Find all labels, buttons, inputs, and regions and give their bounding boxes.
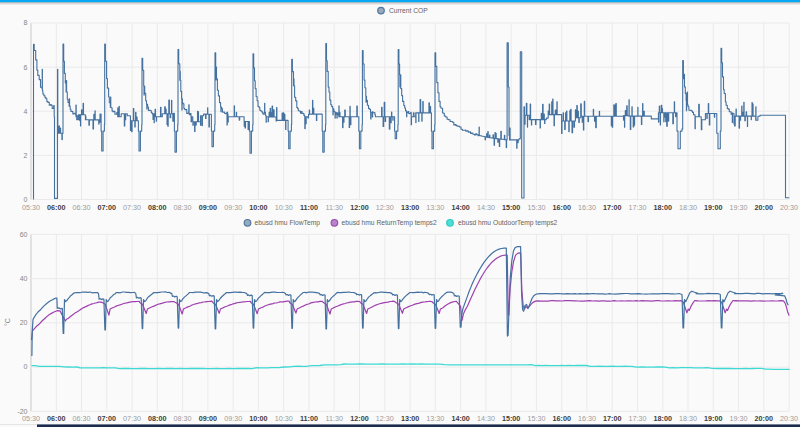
svg-text:ebusd hmu OutdoorTemp temps2: ebusd hmu OutdoorTemp temps2 <box>458 219 558 227</box>
svg-text:15:30: 15:30 <box>527 414 545 423</box>
svg-text:07:30: 07:30 <box>123 414 141 423</box>
svg-text:11:00: 11:00 <box>300 414 318 423</box>
svg-text:10:30: 10:30 <box>275 203 293 212</box>
svg-text:13:00: 13:00 <box>401 414 419 423</box>
svg-text:19:00: 19:00 <box>704 414 722 423</box>
svg-text:14:00: 14:00 <box>451 414 469 423</box>
svg-text:11:00: 11:00 <box>300 203 318 212</box>
svg-text:17:00: 17:00 <box>603 414 621 423</box>
svg-text:20:00: 20:00 <box>755 203 773 212</box>
svg-text:12:30: 12:30 <box>376 203 394 212</box>
svg-text:6: 6 <box>24 64 28 71</box>
svg-text:18:30: 18:30 <box>679 414 697 423</box>
svg-text:16:00: 16:00 <box>553 414 571 423</box>
svg-text:07:00: 07:00 <box>98 203 116 212</box>
svg-text:12:00: 12:00 <box>350 414 368 423</box>
svg-text:12:30: 12:30 <box>376 414 394 423</box>
svg-text:18:00: 18:00 <box>654 203 672 212</box>
svg-text:13:30: 13:30 <box>426 203 444 212</box>
svg-text:09:00: 09:00 <box>199 414 217 423</box>
svg-text:09:30: 09:30 <box>224 203 242 212</box>
svg-text:60: 60 <box>20 231 28 238</box>
svg-text:16:00: 16:00 <box>553 203 571 212</box>
svg-text:10:30: 10:30 <box>275 414 293 423</box>
svg-text:07:00: 07:00 <box>98 414 116 423</box>
svg-text:20: 20 <box>20 319 28 326</box>
svg-text:17:00: 17:00 <box>603 203 621 212</box>
svg-text:ebusd hmu FlowTemp: ebusd hmu FlowTemp <box>255 219 321 227</box>
svg-text:15:00: 15:00 <box>502 203 520 212</box>
svg-text:12:00: 12:00 <box>350 203 368 212</box>
svg-text:10:00: 10:00 <box>249 414 267 423</box>
svg-text:2: 2 <box>24 152 28 159</box>
svg-text:°C: °C <box>4 318 11 326</box>
svg-text:14:30: 14:30 <box>477 203 495 212</box>
svg-text:09:00: 09:00 <box>199 203 217 212</box>
svg-text:13:00: 13:00 <box>401 203 419 212</box>
svg-text:09:30: 09:30 <box>224 414 242 423</box>
svg-text:08:00: 08:00 <box>148 203 166 212</box>
svg-text:10:00: 10:00 <box>249 203 267 212</box>
svg-text:4: 4 <box>24 108 28 115</box>
svg-text:Current COP: Current COP <box>389 7 428 14</box>
svg-text:ebusd hmu ReturnTemp temps2: ebusd hmu ReturnTemp temps2 <box>342 219 437 227</box>
svg-text:17:30: 17:30 <box>629 414 647 423</box>
svg-text:06:00: 06:00 <box>47 203 65 212</box>
svg-text:8: 8 <box>24 19 28 26</box>
svg-text:11:30: 11:30 <box>325 203 342 212</box>
svg-text:20:30: 20:30 <box>780 414 798 423</box>
svg-text:18:00: 18:00 <box>654 414 672 423</box>
svg-text:19:00: 19:00 <box>704 203 722 212</box>
svg-text:15:30: 15:30 <box>527 203 545 212</box>
svg-text:14:30: 14:30 <box>477 414 495 423</box>
svg-text:07:30: 07:30 <box>123 203 141 212</box>
svg-text:08:00: 08:00 <box>148 414 166 423</box>
svg-text:17:30: 17:30 <box>629 203 647 212</box>
svg-text:0: 0 <box>24 363 28 370</box>
svg-text:06:30: 06:30 <box>73 203 91 212</box>
svg-text:05:30: 05:30 <box>22 414 40 423</box>
svg-text:06:00: 06:00 <box>47 414 65 423</box>
svg-text:08:30: 08:30 <box>174 203 192 212</box>
svg-text:15:00: 15:00 <box>502 414 520 423</box>
svg-text:16:30: 16:30 <box>578 414 596 423</box>
svg-text:11:30: 11:30 <box>325 414 342 423</box>
svg-text:40: 40 <box>20 275 28 282</box>
svg-text:08:30: 08:30 <box>174 414 192 423</box>
svg-text:20:00: 20:00 <box>755 414 773 423</box>
svg-text:05:30: 05:30 <box>22 203 40 212</box>
svg-text:20:30: 20:30 <box>780 203 798 212</box>
svg-text:18:30: 18:30 <box>679 203 697 212</box>
svg-text:19:30: 19:30 <box>730 203 748 212</box>
svg-text:06:30: 06:30 <box>73 414 91 423</box>
svg-text:16:30: 16:30 <box>578 203 596 212</box>
svg-text:14:00: 14:00 <box>451 203 469 212</box>
svg-text:13:30: 13:30 <box>426 414 444 423</box>
svg-text:19:30: 19:30 <box>730 414 748 423</box>
